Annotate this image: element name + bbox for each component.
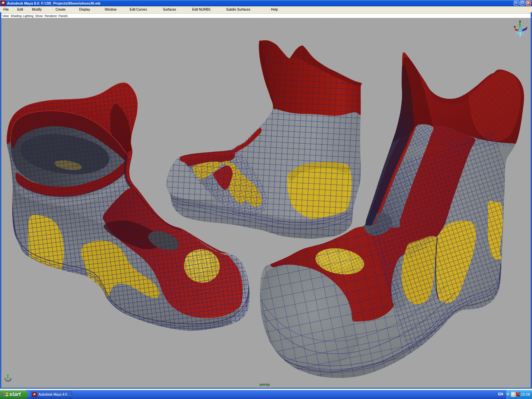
svg-text:x: x (4, 376, 6, 381)
svg-text:y: y (519, 19, 521, 23)
svg-text:x: x (514, 25, 516, 29)
